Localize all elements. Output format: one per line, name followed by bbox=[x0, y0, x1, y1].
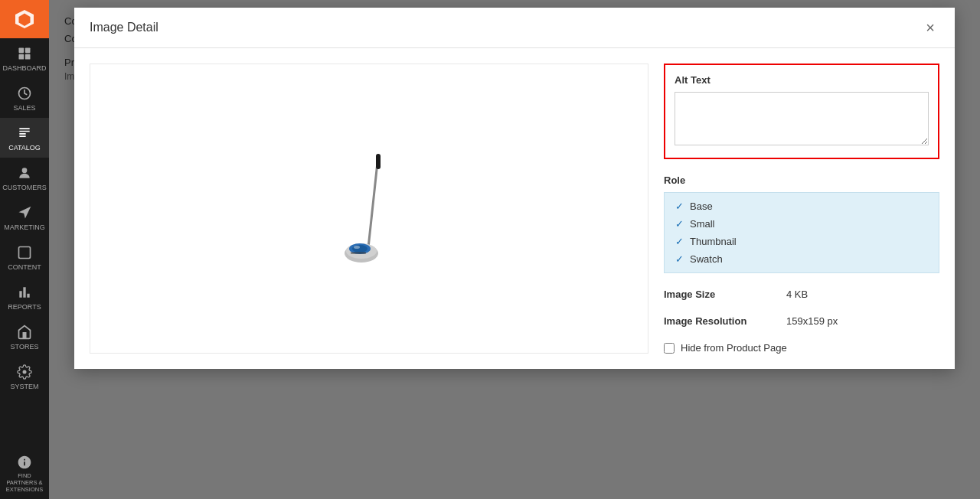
base-check-icon: ✓ bbox=[675, 201, 684, 212]
sidebar-item-dashboard-label: DASHBOARD bbox=[3, 64, 47, 72]
find-partners-label: FIND PARTNERS & EXTENSIONS bbox=[3, 472, 46, 493]
image-preview-area bbox=[90, 64, 648, 354]
thumbnail-check-icon: ✓ bbox=[675, 236, 684, 247]
svg-rect-3 bbox=[25, 48, 31, 54]
role-item-small[interactable]: ✓ Small bbox=[675, 218, 928, 230]
product-image bbox=[323, 148, 415, 270]
hide-from-product-label: Hide from Product Page bbox=[681, 342, 787, 354]
sidebar-item-content-label: CONTENT bbox=[8, 263, 41, 271]
sidebar-item-sales-label: SALES bbox=[13, 104, 35, 112]
modal-body: Alt Text Role ✓ Base ✓ bbox=[74, 48, 955, 369]
image-size-row: Image Size 4 KB bbox=[664, 289, 939, 300]
sidebar-item-customers[interactable]: CUSTOMERS bbox=[0, 158, 49, 197]
modal-title: Image Detail bbox=[90, 21, 158, 34]
image-detail-modal: Image Detail × bbox=[74, 8, 955, 369]
svg-point-7 bbox=[22, 168, 28, 173]
svg-rect-2 bbox=[19, 48, 24, 54]
logo[interactable] bbox=[0, 0, 49, 38]
small-check-icon: ✓ bbox=[675, 218, 684, 230]
image-resolution-row: Image Resolution 159x159 px bbox=[664, 315, 939, 327]
image-size-value: 4 KB bbox=[786, 289, 808, 300]
svg-line-10 bbox=[368, 155, 378, 255]
image-resolution-label: Image Resolution bbox=[664, 315, 771, 327]
sidebar-item-content[interactable]: CONTENT bbox=[0, 237, 49, 277]
sidebar: DASHBOARD SALES CATALOG CUSTOMERS MARKET… bbox=[0, 0, 49, 499]
svg-rect-8 bbox=[19, 247, 31, 259]
main-area: Con Con Pro Ima Image Detail × bbox=[49, 0, 980, 499]
role-item-thumbnail[interactable]: ✓ Thumbnail bbox=[675, 236, 928, 247]
role-item-swatch[interactable]: ✓ Swatch bbox=[675, 253, 928, 265]
swatch-check-icon: ✓ bbox=[675, 253, 684, 265]
sidebar-item-dashboard[interactable]: DASHBOARD bbox=[0, 38, 49, 78]
sidebar-item-catalog-label: CATALOG bbox=[8, 144, 41, 152]
alt-text-input[interactable] bbox=[675, 92, 929, 145]
sidebar-item-catalog[interactable]: CATALOG bbox=[0, 118, 49, 158]
role-base-label: Base bbox=[690, 201, 713, 212]
role-section: Role ✓ Base ✓ Small ✓ bbox=[664, 174, 939, 273]
role-list: ✓ Base ✓ Small ✓ Thumbnail bbox=[664, 192, 939, 273]
sidebar-item-reports[interactable]: REPORTS bbox=[0, 277, 49, 317]
svg-point-9 bbox=[23, 370, 27, 374]
role-thumbnail-label: Thumbnail bbox=[690, 236, 737, 247]
modal-backdrop: Image Detail × bbox=[49, 0, 980, 499]
sidebar-item-stores[interactable]: STORES bbox=[0, 317, 49, 357]
sidebar-item-customers-label: CUSTOMERS bbox=[2, 184, 46, 191]
sidebar-item-system[interactable]: SYSTEM bbox=[0, 357, 49, 396]
sidebar-item-find-partners[interactable]: FIND PARTNERS & EXTENSIONS bbox=[0, 448, 49, 499]
sidebar-item-marketing[interactable]: MARKETING bbox=[0, 197, 49, 237]
image-size-label: Image Size bbox=[664, 289, 771, 300]
role-label: Role bbox=[664, 174, 939, 186]
role-item-base[interactable]: ✓ Base bbox=[675, 201, 928, 212]
svg-rect-17 bbox=[351, 252, 366, 254]
svg-rect-5 bbox=[25, 54, 31, 60]
image-resolution-value: 159x159 px bbox=[786, 315, 838, 327]
hide-from-product-checkbox[interactable] bbox=[664, 343, 675, 354]
role-small-label: Small bbox=[690, 218, 715, 230]
close-icon[interactable]: × bbox=[921, 18, 939, 37]
sidebar-item-reports-label: REPORTS bbox=[8, 303, 41, 311]
sidebar-item-marketing-label: MARKETING bbox=[4, 223, 45, 231]
sidebar-item-stores-label: STORES bbox=[11, 343, 39, 351]
role-swatch-label: Swatch bbox=[690, 253, 723, 265]
alt-text-label: Alt Text bbox=[675, 74, 929, 86]
svg-rect-4 bbox=[19, 54, 24, 60]
svg-point-16 bbox=[354, 246, 360, 249]
modal-header: Image Detail × bbox=[74, 8, 955, 48]
svg-point-15 bbox=[352, 245, 368, 253]
right-panel: Alt Text Role ✓ Base ✓ bbox=[664, 64, 939, 354]
sidebar-item-sales[interactable]: SALES bbox=[0, 78, 49, 118]
sidebar-item-system-label: SYSTEM bbox=[10, 383, 38, 390]
hide-from-product-row: Hide from Product Page bbox=[664, 342, 939, 354]
alt-text-section: Alt Text bbox=[664, 64, 939, 159]
svg-rect-11 bbox=[376, 154, 381, 169]
